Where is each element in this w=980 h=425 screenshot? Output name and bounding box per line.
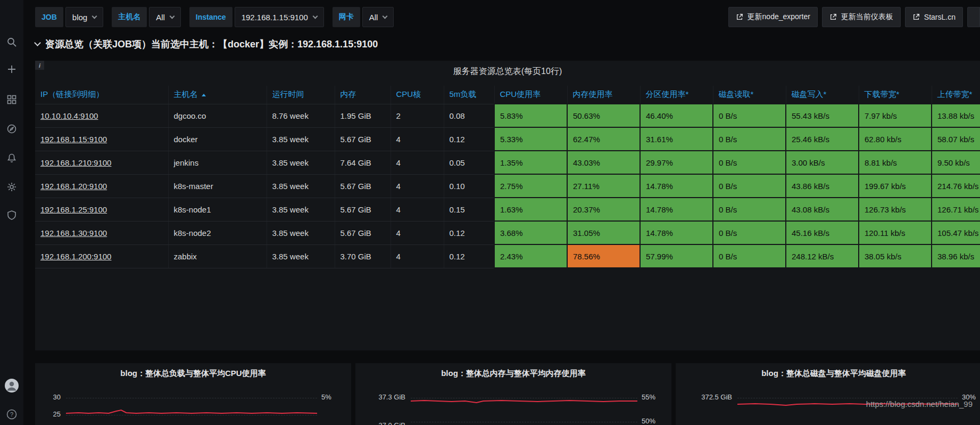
table-cell: 46.40% — [640, 104, 713, 127]
plus-icon[interactable] — [0, 61, 23, 78]
table-cell: 5.83% — [494, 104, 567, 127]
explore-icon[interactable] — [0, 120, 23, 137]
variables-toolbar: JOB blog 主机名 All Instance 192.168.1.15:9… — [23, 0, 980, 34]
column-header[interactable]: IP（链接到明细） — [35, 86, 168, 104]
y-axis-tick-right: 50% — [642, 417, 655, 425]
table-cell: 7.97 kb/s — [859, 104, 932, 127]
ip-link[interactable]: 192.168.1.200:9100 — [40, 252, 111, 261]
table-cell: 1.63% — [494, 198, 567, 221]
panel-info-icon[interactable]: i — [35, 61, 44, 70]
ip-link[interactable]: 192.168.1.15:9100 — [40, 135, 107, 144]
dashboards-icon[interactable] — [0, 91, 23, 108]
table-cell: 31.05% — [567, 221, 640, 244]
y-axis-tick-left: 37.3 GiB — [355, 393, 405, 401]
table-cell: 120.11 kb/s — [859, 221, 932, 244]
ip-link[interactable]: 192.168.1.25:9100 — [40, 205, 107, 214]
shield-icon[interactable] — [0, 207, 23, 224]
ip-link[interactable]: 10.10.10.4:9100 — [40, 111, 98, 120]
table-cell: 0 B/s — [713, 151, 786, 174]
variable-instance: Instance 192.168.1.15:9100 — [189, 7, 324, 27]
column-header[interactable]: 运行时间 — [267, 86, 335, 104]
table-cell: 0 B/s — [713, 174, 786, 198]
table-cell: 3.85 week — [267, 221, 335, 244]
chevron-down-icon — [169, 13, 175, 19]
chart-plot: 37.3 GiB37.0 GiB55%50% — [355, 382, 671, 425]
column-header-label: 5m负载 — [450, 89, 477, 99]
help-icon[interactable]: ? — [0, 406, 23, 423]
table-row: 192.168.1.15:9100docker3.85 week5.67 GiB… — [35, 127, 980, 151]
table-cell: 27.11% — [567, 174, 640, 198]
update-dashboard-button[interactable]: 更新当前仪表板 — [822, 7, 901, 27]
table-row: 10.10.10.4:9100dgcoo.co8.76 week1.95 GiB… — [35, 104, 980, 127]
table-cell: 0.10 — [444, 174, 494, 198]
toolbar-button-partial[interactable] — [967, 7, 980, 27]
table-cell: k8s-node1 — [168, 198, 267, 221]
settings-icon[interactable] — [0, 178, 23, 195]
variable-label: 网卡 — [333, 7, 360, 27]
variable-label: Instance — [189, 7, 232, 27]
variable-dropdown[interactable]: 192.168.1.15:9100 — [235, 7, 324, 27]
ip-link[interactable]: 192.168.1.20:9100 — [40, 182, 107, 191]
column-header[interactable]: 内存 — [335, 86, 391, 104]
table-cell: 43.08 kB/s — [786, 198, 859, 221]
table-row: 192.168.1.200:9100zabbix3.85 week3.70 Gi… — [35, 244, 980, 268]
starsl-cn-button[interactable]: StarsL.cn — [905, 7, 963, 27]
column-header[interactable]: 主机名 — [168, 86, 267, 104]
variable-dropdown[interactable]: blog — [65, 7, 103, 27]
button-label: 更新当前仪表板 — [841, 12, 893, 22]
column-header[interactable]: 内存使用率 — [567, 86, 640, 104]
column-header[interactable]: 分区使用率* — [640, 86, 713, 104]
column-header[interactable]: CPU使用率 — [494, 86, 567, 104]
column-header-label: 上传带宽* — [937, 89, 973, 99]
column-header[interactable]: 上传带宽* — [932, 86, 980, 104]
y-axis-tick-left: 37.0 GiB — [355, 421, 405, 425]
table-cell: 0.12 — [444, 127, 494, 151]
update-node-exporter-button[interactable]: 更新node_exporter — [728, 7, 818, 27]
y-axis-tick-left: 25 — [35, 410, 61, 418]
chart-panel: blog：整体总负载与整体平均CPU使用率30255% — [35, 363, 351, 425]
table-panel-title[interactable]: 服务器资源总览表(每页10行) — [35, 61, 980, 77]
column-header[interactable]: 磁盘读取* — [713, 86, 786, 104]
ip-link[interactable]: 192.168.1.210:9100 — [40, 158, 111, 167]
row-section-header[interactable]: 资源总览（关联JOB项）当前选中主机：【docker】实例：192.168.1.… — [23, 34, 980, 54]
table-cell: zabbix — [168, 244, 267, 268]
column-header[interactable]: 磁盘写入* — [786, 86, 859, 104]
column-header[interactable]: 5m负载 — [444, 86, 494, 104]
variable-dropdown[interactable]: All — [149, 7, 181, 27]
chart-title[interactable]: blog：整体总磁盘与整体平均磁盘使用率 — [676, 363, 980, 379]
server-overview-table: IP（链接到明细）主机名运行时间内存CPU核5m负载CPU使用率内存使用率分区使… — [35, 86, 980, 268]
column-header-label: IP（链接到明细） — [40, 89, 104, 99]
table-cell: 5.67 GiB — [335, 127, 391, 151]
variable-dropdown[interactable]: All — [362, 7, 394, 27]
chevron-down-icon — [312, 13, 318, 19]
external-link-icon — [736, 13, 743, 21]
y-axis-tick-right: 55% — [642, 393, 655, 401]
search-icon[interactable] — [0, 34, 23, 51]
avatar[interactable] — [0, 377, 23, 394]
table-cell: 38.96 kb/s — [932, 244, 980, 268]
table-cell: 7.64 GiB — [335, 151, 391, 174]
table-cell: 4 — [391, 198, 444, 221]
variable-filters: JOB blog 主机名 All Instance 192.168.1.15:9… — [35, 7, 394, 27]
dashboard-main: JOB blog 主机名 All Instance 192.168.1.15:9… — [23, 0, 980, 425]
table-cell: 4 — [391, 221, 444, 244]
variable-value: blog — [72, 13, 87, 22]
table-cell: 8.76 week — [267, 104, 335, 127]
table-cell: jenkins — [168, 151, 267, 174]
table-cell: 45.16 kB/s — [786, 221, 859, 244]
table-cell: 3.85 week — [267, 151, 335, 174]
table-cell: 13.88 kb/s — [932, 104, 980, 127]
alerting-icon[interactable] — [0, 150, 23, 167]
watermark: https://blog.csdn.net/heian_99 — [866, 399, 973, 408]
button-label: 更新node_exporter — [748, 12, 810, 22]
column-header-label: 磁盘读取* — [719, 89, 754, 99]
table-cell: 2.43% — [494, 244, 567, 268]
table-cell: 214.76 kb/s — [932, 174, 980, 198]
ip-link[interactable]: 192.168.1.30:9100 — [40, 228, 107, 238]
table-cell: 55.43 kB/s — [786, 104, 859, 127]
table-cell: 0.12 — [444, 244, 494, 268]
chart-title[interactable]: blog：整体总内存与整体平均内存使用率 — [355, 363, 671, 379]
chart-title[interactable]: blog：整体总负载与整体平均CPU使用率 — [35, 363, 351, 379]
column-header[interactable]: CPU核 — [391, 86, 444, 104]
column-header[interactable]: 下载带宽* — [859, 86, 932, 104]
